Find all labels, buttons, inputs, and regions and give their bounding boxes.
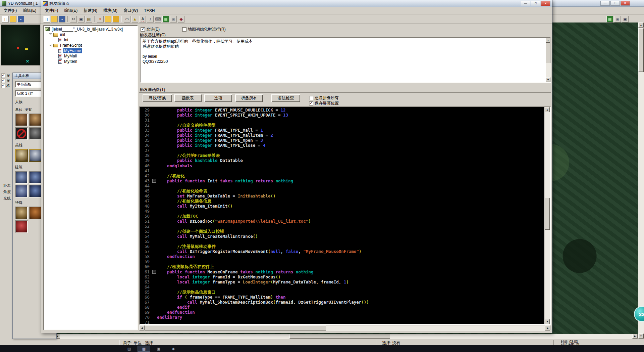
comment-scrollbar[interactable]: ▲ ▼ bbox=[546, 38, 551, 82]
scroll-up-icon[interactable]: ▲ bbox=[546, 38, 550, 43]
open-folder-icon[interactable] bbox=[10, 16, 16, 23]
bld-4-icon[interactable] bbox=[29, 185, 42, 197]
open-folder-icon[interactable] bbox=[51, 16, 58, 23]
save-icon[interactable]: ▪ bbox=[59, 16, 65, 23]
te-menu-item-5[interactable]: TESH bbox=[141, 7, 158, 14]
export-folder-icon[interactable] bbox=[112, 16, 119, 23]
view-option-3[interactable]: 格 bbox=[1, 83, 10, 88]
minimize-button[interactable]: — bbox=[600, 1, 610, 6]
code-horizontal-scrollbar[interactable]: ◀ ▶ bbox=[139, 325, 551, 331]
save-icon[interactable]: ▪ bbox=[17, 16, 24, 23]
unit-dark-icon[interactable] bbox=[29, 127, 42, 140]
taskbar-item-4[interactable]: ◆ bbox=[167, 346, 180, 352]
code-vertical-scrollbar[interactable]: ▲ ▼ bbox=[544, 107, 550, 324]
paste-icon[interactable]: ▤ bbox=[86, 16, 92, 23]
fn-button-3[interactable]: 折叠所有 bbox=[235, 94, 263, 102]
scroll-up-icon[interactable]: ▲ bbox=[545, 107, 550, 112]
scroll-left-icon[interactable]: ◀ bbox=[139, 325, 145, 331]
save-screen-pos-checkbox[interactable]: 保存屏幕位置 bbox=[309, 100, 339, 106]
te-menu-item-3[interactable]: 模块(M) bbox=[100, 7, 120, 14]
enabled-checkbox[interactable]: 允许(E) bbox=[141, 27, 160, 32]
trigger-titlebar[interactable]: 触发编辑器 — □ × bbox=[41, 0, 552, 7]
spc-3-icon[interactable] bbox=[15, 220, 28, 233]
spc-1-icon[interactable] bbox=[15, 207, 28, 219]
bld-1-icon[interactable] bbox=[15, 171, 28, 184]
te-menu-item-4[interactable]: 窗口(W) bbox=[120, 7, 141, 14]
taskbar-item-3[interactable]: ▣ bbox=[152, 346, 165, 352]
unit-brown-icon[interactable] bbox=[15, 114, 28, 126]
unit-brown2-icon[interactable] bbox=[29, 114, 42, 126]
scroll-thumb[interactable] bbox=[545, 198, 550, 230]
import-folder-icon[interactable] bbox=[105, 16, 111, 23]
maximize-button[interactable]: □ bbox=[610, 1, 620, 6]
scroll-thumb[interactable] bbox=[546, 43, 550, 63]
always-fold-checkbox[interactable]: 总是折叠所有 bbox=[309, 95, 339, 101]
tree-item-myframe[interactable]: MyFrame bbox=[45, 48, 137, 53]
spc-2-icon[interactable] bbox=[29, 207, 42, 219]
code-editor[interactable]: 29public integer EVENT_MOUSE_DOUBLECLICK… bbox=[139, 106, 551, 325]
hero-1-icon[interactable] bbox=[15, 149, 28, 162]
no-entry-icon[interactable] bbox=[15, 127, 28, 140]
bld-3-icon[interactable] bbox=[15, 185, 28, 197]
panel-icon[interactable]: ▣ bbox=[622, 16, 629, 23]
close-button[interactable]: × bbox=[621, 1, 630, 6]
sphere-icon[interactable]: ◉ bbox=[170, 16, 177, 23]
sound-icon[interactable]: ♪ bbox=[147, 16, 154, 23]
te-menu-item-1[interactable]: 编辑(E) bbox=[61, 7, 80, 14]
te-menu-item-0[interactable]: 文件(F) bbox=[42, 7, 61, 14]
new-icon[interactable]: ▯ bbox=[43, 16, 50, 23]
scroll-down-icon[interactable]: ▼ bbox=[545, 319, 550, 324]
new-icon[interactable]: ▯ bbox=[2, 16, 9, 23]
delete-icon[interactable]: × bbox=[97, 16, 104, 23]
fn-button-4[interactable]: 语法检查 bbox=[271, 94, 300, 102]
we-menu-item-0[interactable]: 文件(F) bbox=[1, 7, 20, 14]
fn-button-0[interactable]: 寻找/替换 bbox=[143, 94, 172, 102]
expander-icon[interactable]: − bbox=[49, 44, 52, 47]
keyboard-icon[interactable]: ⌨ bbox=[155, 16, 161, 23]
scroll-right-icon[interactable]: ▶ bbox=[545, 325, 550, 331]
map-vertical-scrollbar[interactable]: ▲ ▼ bbox=[638, 23, 644, 339]
scroll-down-icon[interactable]: ▼ bbox=[638, 334, 644, 339]
tree-root-map[interactable]: [leisel_____''_UI-3_lo_赋-jass v1.3.w3x] bbox=[45, 27, 137, 32]
taskbar-item-2[interactable]: ▦ bbox=[138, 346, 150, 352]
grid-icon[interactable]: ▦ bbox=[162, 16, 169, 23]
view-option-2[interactable]: 显 bbox=[1, 78, 10, 83]
maximize-button[interactable]: □ bbox=[531, 1, 540, 6]
trigger-comment-input[interactable]: 基于官方提供的api进行的一些简化操作，降低学习、使用成本 感谢欧魂提供的帮助 … bbox=[140, 37, 551, 83]
scroll-up-icon[interactable]: ▲ bbox=[638, 23, 644, 28]
fold-toggle-icon[interactable] bbox=[152, 269, 157, 274]
layers-icon[interactable]: ▦ bbox=[606, 16, 613, 23]
fn-button-1[interactable]: 函数表 bbox=[174, 94, 202, 102]
sphere-icon[interactable]: ◉ bbox=[614, 16, 621, 23]
scroll-thumb[interactable] bbox=[638, 28, 644, 72]
we-menu-item-1[interactable]: 编辑(E) bbox=[20, 7, 39, 14]
view-option-1[interactable]: 显 bbox=[1, 73, 10, 78]
cut-icon[interactable]: ✂ bbox=[70, 16, 77, 23]
syntax-warning-icon[interactable]: ▲ bbox=[131, 16, 138, 23]
tree-item-init[interactable]: −init bbox=[45, 32, 137, 37]
hero-2-icon[interactable] bbox=[29, 149, 42, 162]
scroll-thumb[interactable] bbox=[289, 334, 390, 339]
scroll-right-icon[interactable]: ▶ bbox=[632, 334, 638, 339]
expander-icon[interactable]: − bbox=[49, 33, 52, 36]
fn-button-2[interactable]: 选项 bbox=[204, 94, 232, 102]
taskbar-item-1[interactable]: ▤ bbox=[123, 346, 136, 352]
te-menu-item-2[interactable]: 新建(N) bbox=[80, 7, 100, 14]
print-icon[interactable]: ▭ bbox=[124, 16, 130, 23]
fold-toggle-icon[interactable] bbox=[152, 178, 157, 183]
map-horizontal-scrollbar[interactable]: ◀ ▶ bbox=[55, 334, 638, 339]
run-on-init-checkbox[interactable]: 地图初始化时运行(R) bbox=[182, 27, 226, 32]
close-button[interactable]: × bbox=[541, 1, 550, 6]
tree-item-int[interactable]: int bbox=[45, 37, 137, 43]
tree-item-myitem[interactable]: MyItem bbox=[45, 59, 137, 64]
copy-icon[interactable]: ▣ bbox=[78, 16, 85, 23]
module-icon[interactable]: ◆ bbox=[178, 16, 184, 23]
minimize-button[interactable]: — bbox=[521, 1, 530, 6]
tree-item-framescript[interactable]: −FrameScript bbox=[45, 43, 137, 48]
minimap[interactable] bbox=[1, 25, 40, 65]
scroll-down-icon[interactable]: ▼ bbox=[546, 77, 550, 82]
scroll-thumb[interactable] bbox=[145, 325, 326, 331]
bld-2-icon[interactable] bbox=[29, 171, 42, 184]
tree-item-mymall[interactable]: MyMall bbox=[45, 53, 137, 59]
spellcheck-icon[interactable]: a bbox=[139, 16, 146, 23]
